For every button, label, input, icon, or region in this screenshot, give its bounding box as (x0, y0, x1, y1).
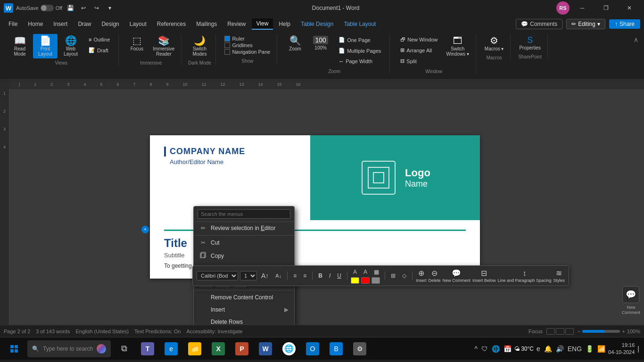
tab-draw[interactable]: Draw (73, 19, 96, 29)
outline-button[interactable]: ≡ Outline (86, 35, 113, 44)
text-predictions[interactable]: Text Predictions: On (134, 329, 181, 334)
shading-button[interactable]: ▦ (372, 268, 381, 276)
zoom-in-button[interactable]: + (622, 329, 625, 334)
taskbar-search[interactable]: 🔍 Type here to search (27, 340, 111, 357)
split-button[interactable]: ⊟ Split (397, 56, 440, 66)
explorer-button[interactable]: 📁 (184, 338, 205, 359)
new-comment-button[interactable]: 💬 NewComment (622, 286, 640, 315)
navigation-check[interactable]: Navigation Pane (224, 49, 270, 55)
settings-button[interactable]: ⚙ (349, 338, 370, 359)
tab-view[interactable]: View (252, 18, 273, 30)
tab-insert[interactable]: Insert (49, 19, 72, 29)
chrome-button[interactable]: 🌐 (279, 338, 299, 359)
context-menu-search[interactable] (194, 206, 294, 222)
ribbon-collapse-button[interactable]: ∧ (632, 34, 640, 45)
multiple-pages-button[interactable]: 📄 Multiple Pages (336, 46, 384, 56)
ctx-delete-rows[interactable]: Delete Rows (194, 316, 294, 325)
excel-button[interactable]: X (208, 338, 229, 359)
switch-modes-button[interactable]: 🌙 SwitchModes (187, 34, 212, 58)
gridlines-checkbox[interactable] (224, 42, 230, 48)
print-layout-button[interactable]: 📄 PrintLayout (33, 34, 58, 58)
page-count[interactable]: Page 2 of 2 (4, 329, 30, 334)
arrange-all-button[interactable]: ⊞ Arrange All (397, 45, 440, 55)
shading-color-swatch[interactable] (372, 277, 380, 284)
web-layout-button[interactable]: 🌐 WebLayout (58, 34, 83, 58)
delete-toolbar-button[interactable]: ⊖ Delete (428, 269, 440, 283)
add-row-button[interactable]: + (141, 226, 149, 233)
save-button[interactable]: 💾 (65, 3, 75, 13)
ctx-cut[interactable]: ✂ Cut (194, 237, 294, 249)
properties-button[interactable]: S Properties (516, 34, 544, 52)
read-view-button[interactable] (556, 328, 564, 335)
redo-button[interactable]: ↪ (91, 3, 102, 13)
minimize-button[interactable]: ─ (571, 0, 593, 16)
font-color-swatch[interactable] (361, 277, 370, 284)
new-window-button[interactable]: 🗗 New Window (397, 35, 440, 44)
ruler-checkbox[interactable] (224, 36, 230, 41)
undo-button[interactable]: ↩ (78, 3, 89, 13)
gridlines-check[interactable]: Gridlines (224, 42, 270, 48)
zoom-out-button[interactable]: − (578, 329, 580, 334)
tab-layout[interactable]: Layout (125, 19, 151, 29)
bold-button[interactable]: B (316, 272, 325, 280)
tab-table-layout[interactable]: Table Layout (339, 19, 380, 29)
volume-icon[interactable]: 🔊 (555, 344, 565, 354)
borders-button[interactable]: ⊞ (388, 272, 398, 280)
font-decrease-button[interactable]: A↓ (273, 272, 284, 280)
tab-design[interactable]: Design (97, 19, 124, 29)
page-width-button[interactable]: ↔ Page Width (336, 57, 384, 66)
taskbar-edge-icon[interactable]: e (536, 344, 541, 354)
language[interactable]: English (United States) (75, 329, 129, 334)
tab-home[interactable]: Home (23, 19, 48, 29)
notifications-icon[interactable]: 🔔 (543, 344, 553, 354)
tab-file[interactable]: File (4, 19, 22, 29)
insert-button[interactable]: ⊕ Insert (416, 269, 427, 283)
eraser-button[interactable]: ◇ (400, 272, 409, 280)
edge-button[interactable]: e (161, 338, 182, 359)
bullet-list-button[interactable]: ≡ (291, 272, 299, 280)
draft-button[interactable]: 📝 Draft (86, 45, 113, 55)
antivirus-icon[interactable]: 🛡 (480, 344, 489, 354)
battery-icon[interactable]: 🔋 (585, 344, 594, 354)
outlook-button[interactable]: O (302, 338, 323, 359)
more-button[interactable]: ▾ (105, 3, 115, 13)
wifi-icon[interactable]: 📶 (596, 344, 606, 354)
show-desktop-button[interactable]: | (636, 344, 640, 354)
editing-button[interactable]: ✏ Editing ▾ (566, 19, 605, 29)
tab-table-design[interactable]: Table Design (296, 19, 338, 29)
context-search-input[interactable] (198, 209, 290, 219)
task-view-button[interactable]: ⧉ (114, 338, 134, 359)
line-spacing-button[interactable]: ↕ Line and Paragraph Spacing (498, 269, 552, 283)
ctx-review-editor[interactable]: ✏ Review selection in Editor (194, 222, 294, 234)
document-scroll-area[interactable]: 1234 COMPANY NAME Author/Editor Name (0, 89, 644, 325)
underline-button[interactable]: U (335, 272, 344, 280)
read-mode-button[interactable]: 📖 ReadMode (8, 34, 32, 58)
comments-button[interactable]: 💬 Comments (516, 19, 562, 29)
focus-mode-button[interactable]: Focus (528, 329, 543, 334)
tab-review[interactable]: Review (223, 19, 250, 29)
network-icon[interactable]: 🌐 (491, 344, 501, 354)
word-count[interactable]: 3 of 143 words (36, 329, 70, 334)
tab-mailings[interactable]: Mailings (191, 19, 222, 29)
font-family-select[interactable]: Calibri (Bod (197, 271, 238, 280)
weather-widget[interactable]: 🌤 30°C (514, 346, 534, 352)
ctx-copy[interactable]: Copy (194, 249, 294, 263)
page-view-button[interactable] (546, 328, 555, 335)
numbering-button[interactable]: ≡ (301, 272, 309, 280)
font-size-select[interactable]: 18 (240, 271, 257, 280)
clock[interactable]: 19:16 04-10-2024 (608, 342, 635, 355)
start-button[interactable] (4, 338, 25, 359)
accessibility[interactable]: Accessibility: Investigate (186, 329, 242, 334)
teams-button[interactable]: T (137, 338, 158, 359)
lang-indicator[interactable]: ENG (567, 344, 583, 354)
new-comment-toolbar-button[interactable]: 💬 New Comment (442, 269, 471, 283)
tab-references[interactable]: References (152, 19, 190, 29)
close-button[interactable]: ✕ (619, 0, 640, 16)
font-color-button[interactable]: A (361, 268, 370, 276)
immersive-reader-button[interactable]: 📚 ImmersiveReader (150, 34, 177, 58)
macros-button[interactable]: ⚙ Macros ▾ (482, 34, 507, 53)
tray-up-icon[interactable]: ^ (474, 344, 479, 354)
web-view-button[interactable] (565, 328, 574, 335)
zoom-slider[interactable] (582, 330, 620, 333)
restore-button[interactable]: ❐ (595, 0, 617, 16)
